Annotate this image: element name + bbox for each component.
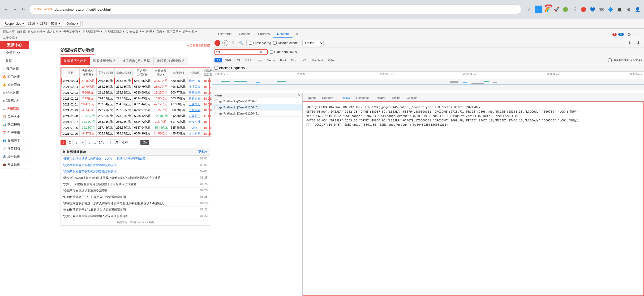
extension-4-icon[interactable]: 🟢 [562,6,569,13]
filter-button[interactable]: ⊽ [230,40,236,46]
type-font-btn[interactable]: Font [278,58,288,62]
extension-3-icon[interactable]: 🚀 [553,6,560,13]
cell-top-stock[interactable]: 山西焦化 [187,102,202,107]
preview-tab-preview[interactable]: Preview [336,95,353,101]
type-css-btn[interactable]: CSS [243,58,254,62]
nav-choice[interactable]: Choice数据 [126,30,144,34]
bookmark-icon[interactable]: ☆ [526,6,533,13]
tab-shenzhengtong[interactable]: 深股通历史数据 [90,57,119,65]
page-goto-input[interactable] [129,140,139,145]
nav-home[interactable]: 网站首页 [3,30,15,34]
cell-top-stock[interactable]: 中材国际 [187,107,202,113]
online-selector[interactable]: Online ▾ [64,21,81,27]
extension-5-icon[interactable]: 🛡 [571,6,578,13]
nav-mymenu[interactable]: 我的菜单 [167,30,181,34]
table-row[interactable]: 2021-01-29 4.85亿元 272.71亿元 267.85亿元 6292… [61,107,212,113]
extensions-button[interactable]: ⚙ [625,6,632,13]
disable-cache-checkbox[interactable]: Disable cache [273,41,298,45]
page-4-btn[interactable]: 4 [80,140,86,145]
preview-tab-initiator[interactable]: Initiator [373,95,389,101]
reload-button[interactable]: ↻ [20,6,27,13]
hide-urls-checkbox[interactable]: Hide data URLs [270,50,297,54]
address-bar[interactable]: ⚠ Not Secure data.eastmoney.com/hsgt/ind… [29,5,521,14]
sidebar-item-special[interactable]: ★ 特色数据 [0,89,29,97]
news-item-link[interactable]: *交所：欢迎合格科创板股票纳入沪深港通股票范围 [63,214,128,218]
table-row[interactable]: 2021-02-02 2.99亿元 274.62亿元 271.63亿元 6324… [61,96,212,102]
type-manifest-btn[interactable]: Manifest [310,58,325,62]
preserve-log-checkbox[interactable]: Preserve log [249,41,271,45]
sidebar-item-fund[interactable]: 💼 基金数据 [0,161,29,169]
back-button[interactable]: ← [3,6,10,13]
tab-more[interactable]: » [293,31,302,38]
cell-top-stock[interactable]: 新安股份 [187,90,202,96]
cell-top-stock[interactable]: 大胜达 [187,125,202,131]
type-ws-btn[interactable]: WS [300,58,309,62]
sidebar-item-research[interactable]: 📊 研究报告 [0,121,29,129]
view-all-link[interactable]: 点击查看全部数据 [187,43,210,47]
type-media-btn[interactable]: Media [265,58,277,62]
download-icon[interactable]: ⬇ [634,39,642,47]
extension-8-icon[interactable]: md [598,6,605,13]
disable-cache-input[interactable] [273,41,277,45]
nav-fund[interactable]: 基金交易 [3,36,17,40]
devtools-more-icon[interactable]: ⋮ [634,31,642,38]
page-go-btn[interactable]: Go [140,140,149,145]
page-1-btn[interactable]: 1 [61,140,66,145]
table-row[interactable]: 2021-02-01 28.47亿元 262.54亿元 234.07亿元 632… [61,102,212,107]
cell-top-stock[interactable]: 物产中大 [187,78,202,84]
sidebar-item-annual[interactable]: 📅 年报季报 [0,129,29,137]
tab-hktong-hu[interactable]: 港股通(沪)历史数据 [119,57,153,65]
request-item-3[interactable]: get?callback=jQuery1123046... [212,111,302,117]
news-item-link[interactable]: *交所升3%破顶 合资格科创板股票下下月起纳入沪深港通 [63,182,136,186]
hide-urls-input[interactable] [270,50,273,54]
throttle-selector[interactable]: Online Fast 3G Slow 3G Offline [302,40,324,46]
cell-top-stock[interactable]: 内蒙君正 [187,113,202,119]
record-button[interactable] [214,40,220,46]
page-5-btn[interactable]: 5 [87,140,92,145]
page-2-btn[interactable]: 2 [67,140,73,145]
extension-6-icon[interactable]: 🔴 [580,6,587,13]
table-row[interactable]: 2021-02-04 10.70亿元 284.78亿元 274.08亿元 634… [61,84,212,90]
nav-login[interactable]: 登录 [156,30,165,34]
sidebar-item-newstock[interactable]: ◆ 新股数据 [0,97,29,105]
type-js-btn[interactable]: JS [234,58,242,62]
request-item-2[interactable]: get?callback=jQuery1123046... [212,104,302,111]
brand-logo[interactable]: 数据中心 [0,41,29,49]
sidebar-item-futures[interactable]: 📈 期货期权 [0,145,29,153]
blocked-requests-input[interactable] [214,66,218,70]
nav-efzq[interactable]: 东方财富证券 [82,30,102,34]
nav-ef[interactable]: 东方财富 [47,30,61,34]
request-item-1[interactable]: get?callback=jQuery1123046... [212,98,302,104]
tab-sources[interactable]: Sources [254,31,273,38]
sidebar-item-capital[interactable]: 💰 资金流向 [0,81,29,89]
news-item-link[interactable]: *沪深三家交易所将进一步扩大沪深港通股票范围 上海科创板和深圳A+H股纳入 [63,201,164,205]
table-row[interactable]: 2021-01-27 -12.31亿元 253.94亿元 266.26亿元 63… [61,119,212,125]
preview-tab-name[interactable]: Name [305,95,319,101]
nav-guba[interactable]: 股吧 [146,30,154,34]
sidebar-item-economy[interactable]: 🏦 经济数据 [0,153,29,161]
close-panel-icon[interactable]: ✕ [298,94,300,97]
news-item-link[interactable]: *科创板股票将于2月1日起纳入沪深港通股票范围 [63,195,126,199]
news-item-link[interactable]: *科创板股票将于2月1日起纳入沪深港通股票范围 [63,208,126,212]
page-next-btn[interactable]: 下一页 [107,139,120,145]
news-item-link[interactable]: *交易所发布春节假期间沪深港通交易安排 [63,170,117,174]
settings-icon[interactable]: ⚙ [625,31,633,38]
table-row[interactable]: 2021-01-26 -29.18亿元 267.48亿元 296.64亿元 63… [61,125,212,131]
more-options-icon[interactable]: ⋮ [84,20,92,27]
page-3-btn[interactable]: 3 [74,140,79,145]
tab-elements[interactable]: Elements [214,31,235,38]
forward-button[interactable]: → [11,6,19,13]
cell-top-stock[interactable]: 海油工程 [187,84,202,90]
cell-top-stock[interactable]: 新安股份 [187,96,202,102]
cell-top-stock[interactable]: 方大炭素 [187,131,202,137]
table-row[interactable]: 2021-01-25 16.27亿元 332.14亿元 315.87亿元 636… [61,131,212,137]
table-row[interactable]: 2021-02-03 5.66亿元 281.55亿元 275.89亿元 6330… [61,90,212,96]
sidebar-item-mydata[interactable]: ◎ 我的数据 [0,65,29,73]
page-145-btn[interactable]: 145 [97,140,106,145]
nav-trade[interactable]: 证券交易 [183,30,197,34]
type-doc-btn[interactable]: Doc [289,58,299,62]
preview-tab-headers[interactable]: Headers [319,95,336,101]
preserve-log-input[interactable] [249,41,252,45]
table-row[interactable]: 2021-01-28 -36.60亿元 236.65亿元 273.26亿元 62… [61,113,212,119]
filter-clear-button[interactable]: ✕ [259,50,263,54]
